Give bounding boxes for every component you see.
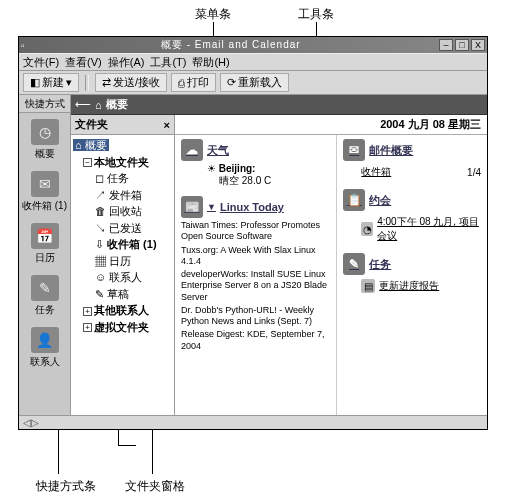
shortcut-item-contacts[interactable]: 👤联系人: [19, 321, 70, 373]
shortcut-item-inbox[interactable]: ✉收件箱 (1): [19, 165, 70, 217]
close-button[interactable]: X: [471, 39, 485, 51]
news-title[interactable]: Linux Today: [220, 201, 284, 213]
reload-icon: ⟳: [227, 76, 236, 89]
reload-label: 重新载入: [238, 75, 282, 90]
task-item[interactable]: 更新进度报告: [379, 279, 439, 293]
shortcut-bar: 快捷方式 ◷概要 ✉收件箱 (1) 📅日历 ✎任务 👤联系人: [19, 95, 71, 415]
weather-section: ☁天气 ☀ Beijing: 晴空 28.0 C: [181, 139, 330, 188]
print-label: 打印: [187, 75, 209, 90]
mail-icon: ✉: [343, 139, 365, 161]
toolbar: ◧ 新建 ▾ ⇄ 发送/接收 ⎙ 打印 ⟳ 重新载入: [19, 71, 487, 95]
menu-view[interactable]: 查看(V): [65, 55, 102, 70]
menu-help[interactable]: 帮助(H): [192, 55, 229, 70]
shortcut-label: 任务: [35, 303, 55, 317]
dropdown-arrow-icon: ▾: [66, 76, 72, 89]
print-button[interactable]: ⎙ 打印: [171, 73, 216, 92]
send-receive-label: 发送/接收: [113, 75, 160, 90]
location-title: 概要: [106, 97, 128, 112]
tasks-icon: ✎: [31, 275, 59, 301]
folder-pane-title: 文件夹: [75, 117, 108, 132]
new-button[interactable]: ◧ 新建 ▾: [23, 73, 79, 92]
toolbar-separator: [85, 75, 89, 91]
title-bar[interactable]: ▫ 概要 - Email and Calendar – □ X: [19, 37, 487, 53]
shortcut-item-calendar[interactable]: 📅日历: [19, 217, 70, 269]
menu-actions[interactable]: 操作(A): [108, 55, 145, 70]
print-icon: ⎙: [178, 77, 185, 89]
shortcut-item-tasks[interactable]: ✎任务: [19, 269, 70, 321]
summary-icon: ◷: [31, 119, 59, 145]
tasklist-icon: ✎: [343, 253, 365, 275]
date-label: 2004 九月 08 星期三: [175, 115, 487, 135]
annotation-toolbar: 工具条: [298, 6, 334, 23]
dropdown-icon[interactable]: ▼: [207, 202, 216, 212]
drafts-icon: ✎: [95, 288, 104, 300]
tree-item[interactable]: ↗ 发件箱: [73, 187, 172, 204]
app-window: ▫ 概要 - Email and Calendar – □ X 文件(F) 查看…: [18, 36, 488, 430]
status-bar: ◁▷: [19, 415, 487, 429]
tasks-title[interactable]: 任务: [369, 257, 391, 272]
shortcut-bar-header[interactable]: 快捷方式: [19, 95, 70, 113]
menu-tools[interactable]: 工具(T): [150, 55, 186, 70]
weather-title[interactable]: 天气: [207, 143, 229, 158]
tasks-section: ✎任务 ▤更新进度报告: [343, 253, 481, 295]
folder-pane-header: 文件夹 ×: [71, 115, 174, 135]
tree-item[interactable]: ↘ 已发送: [73, 220, 172, 237]
news-item[interactable]: Taiwan Times: Professor Promotes Open So…: [181, 220, 330, 243]
tree-item-inbox[interactable]: ⇩ 收件箱 (1): [73, 236, 172, 253]
annotation-menubar: 菜单条: [195, 6, 231, 23]
window-title: 概要 - Email and Calendar: [25, 38, 437, 52]
mail-summary-title[interactable]: 邮件概要: [369, 143, 413, 158]
task-item-icon: ▤: [361, 279, 375, 293]
minimize-button[interactable]: –: [439, 39, 453, 51]
send-receive-button[interactable]: ⇄ 发送/接收: [95, 73, 167, 92]
tree-item[interactable]: ◻ 任务: [73, 170, 172, 187]
sendrecv-icon: ⇄: [102, 76, 111, 89]
home-icon[interactable]: ⌂: [95, 99, 102, 111]
expand-icon[interactable]: +: [83, 307, 92, 316]
tree-item-local[interactable]: 本地文件夹: [94, 156, 149, 168]
tree-item[interactable]: 🗑 回收站: [73, 203, 172, 220]
maximize-button[interactable]: □: [455, 39, 469, 51]
tree-item-other[interactable]: 其他联系人: [94, 304, 149, 316]
sent-icon: ↘: [95, 222, 106, 234]
news-icon: 📰: [181, 196, 203, 218]
appointment-title[interactable]: 约会: [369, 193, 391, 208]
weather-detail: 晴空 28.0 C: [207, 174, 330, 188]
contacts-icon: 👤: [31, 327, 59, 353]
weather-city: Beijing:: [219, 163, 256, 174]
new-button-label: 新建: [42, 75, 64, 90]
task-icon: ◻: [95, 172, 104, 184]
location-header: ⟵ ⌂ 概要: [71, 95, 487, 115]
folder-pane: 文件夹 × ⌂ 概要 −本地文件夹 ◻ 任务 ↗ 发件箱 🗑 回收站 ↘ 已发送…: [71, 115, 175, 415]
annotation-folder-pane: 文件夹窗格: [125, 478, 185, 495]
mail-inbox-link[interactable]: 收件箱: [361, 165, 391, 179]
weather-icon: ☁: [181, 139, 203, 161]
trash-icon: 🗑: [95, 205, 106, 217]
tree-item-summary[interactable]: ⌂ 概要: [73, 139, 109, 151]
expand-icon[interactable]: −: [83, 158, 92, 167]
appointment-item[interactable]: 4:00下午 08 九月, 项目会议: [377, 215, 481, 243]
tree-item[interactable]: ☺ 联系人: [73, 269, 172, 286]
shortcut-item-summary[interactable]: ◷概要: [19, 113, 70, 165]
contacts-tree-icon: ☺: [95, 271, 106, 283]
sun-icon: ☀: [207, 163, 216, 174]
content-pane: 2004 九月 08 星期三 ☁天气 ☀ Beijing: 晴空 28.0 C: [175, 115, 487, 415]
back-arrow-icon[interactable]: ⟵: [75, 98, 91, 111]
expand-icon[interactable]: +: [83, 323, 92, 332]
tree-item[interactable]: ✎ 草稿: [73, 286, 172, 303]
grip-icon[interactable]: ◁▷: [23, 417, 39, 428]
menu-file[interactable]: 文件(F): [23, 55, 59, 70]
menu-bar: 文件(F) 查看(V) 操作(A) 工具(T) 帮助(H): [19, 53, 487, 71]
reload-button[interactable]: ⟳ 重新载入: [220, 73, 289, 92]
close-folder-pane-button[interactable]: ×: [164, 119, 170, 131]
tree-item[interactable]: ▦ 日历: [73, 253, 172, 270]
news-item[interactable]: Dr. Dobb's Python-URL! - Weekly Python N…: [181, 305, 330, 328]
news-item[interactable]: Tuxs.org: A Week With Slax Linux 4.1.4: [181, 245, 330, 268]
new-icon: ◧: [30, 76, 40, 89]
news-item[interactable]: Release Digest: KDE, September 7, 2004: [181, 329, 330, 352]
inbox-tree-icon: ⇩: [95, 238, 104, 250]
tree-item-virtual[interactable]: 虚拟文件夹: [94, 321, 149, 333]
news-item[interactable]: developerWorks: Install SUSE Linux Enter…: [181, 269, 330, 303]
folder-tree[interactable]: ⌂ 概要 −本地文件夹 ◻ 任务 ↗ 发件箱 🗑 回收站 ↘ 已发送 ⇩ 收件箱…: [71, 135, 174, 337]
calendar-icon: 📅: [31, 223, 59, 249]
